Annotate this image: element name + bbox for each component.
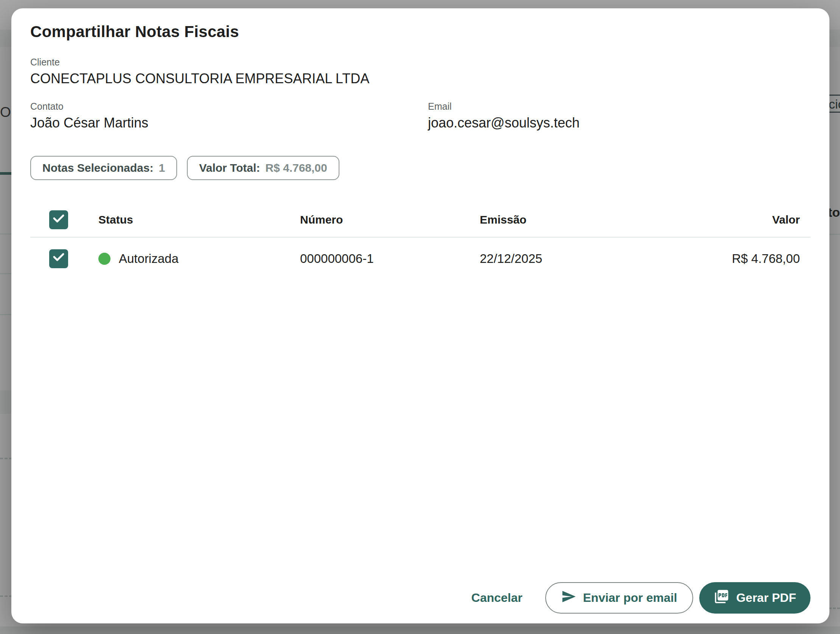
pdf-icon [714, 588, 729, 607]
row-valor: R$ 4.768,00 [677, 252, 810, 266]
share-invoices-dialog: Compartilhar Notas Fiscais Cliente CONEC… [11, 8, 829, 623]
backdrop-bottom-band [0, 626, 840, 634]
contato-value: João César Martins [30, 115, 428, 131]
column-header-emissao: Emissão [480, 213, 677, 226]
generate-pdf-label: Gerar PDF [736, 591, 796, 605]
check-icon [52, 251, 65, 267]
cliente-label: Cliente [30, 57, 810, 68]
cliente-field: Cliente CONECTAPLUS CONSULTORIA EMPRESAR… [30, 57, 810, 87]
email-label: Email [428, 101, 810, 112]
cancel-button[interactable]: Cancelar [466, 587, 528, 609]
column-header-valor: Valor [677, 213, 810, 226]
email-value: joao.cesar@soulsys.tech [428, 115, 810, 131]
invoices-table: Status Número Emissão Valor Autorizada 0… [30, 203, 810, 280]
dialog-title: Compartilhar Notas Fiscais [30, 23, 810, 41]
column-header-status: Status [98, 213, 300, 226]
send-email-button[interactable]: Enviar por email [545, 582, 693, 613]
contato-field: Contato João César Martins [30, 101, 428, 131]
send-icon [561, 589, 576, 607]
status-dot-icon [98, 253, 111, 265]
selected-notes-badge: Notas Selecionadas: 1 [30, 156, 177, 180]
selected-notes-count: 1 [158, 161, 165, 174]
row-status: Autorizada [119, 252, 178, 266]
table-header-row: Status Número Emissão Valor [30, 203, 810, 238]
total-value-label: Valor Total: [199, 161, 260, 174]
backdrop-row-divider [0, 273, 11, 274]
selected-notes-label: Notas Selecionadas: [43, 161, 153, 174]
row-checkbox[interactable] [49, 249, 68, 268]
total-value-amount: R$ 4.768,00 [265, 161, 327, 174]
dialog-actions: Cancelar Enviar por email Gerar PDF [466, 582, 810, 613]
row-numero: 000000006-1 [300, 252, 480, 266]
check-icon [52, 212, 65, 228]
contato-label: Contato [30, 101, 428, 112]
cliente-value: CONECTAPLUS CONSULTORIA EMPRESARIAL LTDA [30, 71, 810, 87]
backdrop-dashed-divider [0, 458, 12, 459]
backdrop-row-divider [829, 234, 840, 235]
backdrop-dashed-divider [0, 595, 12, 597]
total-value-badge: Valor Total: R$ 4.768,00 [187, 156, 339, 180]
backdrop-row-band [0, 390, 11, 414]
column-header-numero: Número [300, 213, 480, 226]
send-email-label: Enviar por email [583, 591, 677, 605]
backdrop-row-divider [0, 233, 11, 235]
generate-pdf-button[interactable]: Gerar PDF [699, 582, 810, 613]
invoice-row[interactable]: Autorizada 000000006-1 22/12/2025 R$ 4.7… [30, 238, 810, 280]
backdrop-row-divider [0, 314, 11, 315]
select-all-checkbox[interactable] [49, 210, 68, 229]
backdrop-dashed-divider [829, 607, 840, 609]
row-emissao: 22/12/2025 [480, 252, 677, 266]
backdrop-partial-text-right: to [828, 205, 840, 220]
email-field: Email joao.cesar@soulsys.tech [428, 101, 810, 131]
backdrop-partial-button-right: cio [829, 95, 840, 113]
